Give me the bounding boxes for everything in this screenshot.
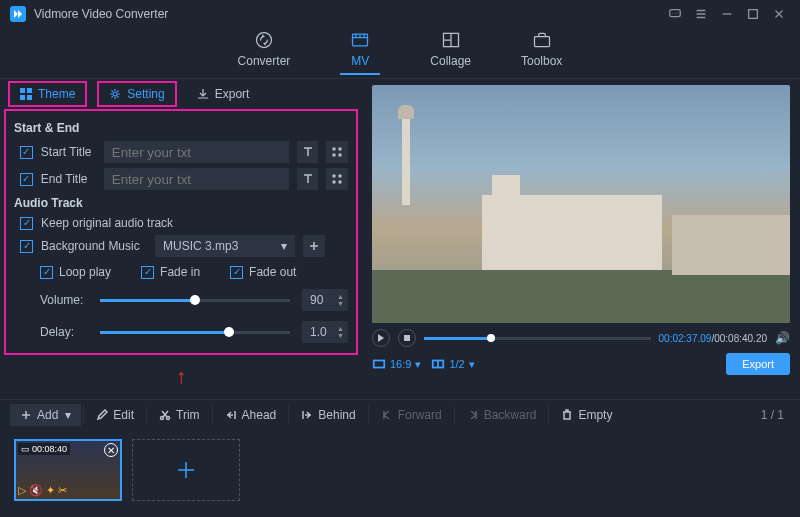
svg-rect-8 bbox=[20, 95, 25, 100]
ahead-button[interactable]: Ahead bbox=[215, 404, 287, 426]
maximize-icon[interactable] bbox=[742, 3, 764, 25]
svg-rect-7 bbox=[27, 88, 32, 93]
feedback-icon[interactable] bbox=[664, 3, 686, 25]
chevron-down-icon: ▾ bbox=[281, 239, 287, 253]
svg-point-10 bbox=[113, 92, 117, 96]
checkbox-keep-original[interactable] bbox=[20, 217, 33, 230]
checkbox-loop[interactable] bbox=[40, 266, 53, 279]
svg-rect-20 bbox=[374, 361, 385, 368]
checkbox-end-title[interactable] bbox=[20, 173, 33, 186]
checkbox-fade-in[interactable] bbox=[141, 266, 154, 279]
top-nav: Converter MV Collage Toolbox bbox=[0, 28, 800, 78]
slider-volume[interactable] bbox=[100, 299, 290, 302]
text-style-icon[interactable] bbox=[297, 141, 319, 163]
thumbnail-strip: ▭ 00:08:40 ✕ ▷ 🔇 ✦ ✂ bbox=[0, 429, 800, 511]
checkbox-fade-out[interactable] bbox=[230, 266, 243, 279]
thumb-action-icons[interactable]: ▷ 🔇 ✦ ✂ bbox=[18, 484, 67, 497]
thumb-duration: ▭ 00:08:40 bbox=[18, 443, 70, 455]
checkbox-bg-music[interactable] bbox=[20, 240, 33, 253]
video-preview[interactable] bbox=[372, 85, 790, 323]
split-select[interactable]: 1/2▾ bbox=[431, 357, 474, 371]
preview-options: 16:9▾ 1/2▾ Export bbox=[372, 353, 790, 375]
label-delay: Delay: bbox=[40, 325, 88, 339]
behind-button[interactable]: Behind bbox=[291, 404, 365, 426]
add-button[interactable]: Add▾ bbox=[10, 404, 81, 426]
svg-rect-9 bbox=[27, 95, 32, 100]
svg-point-17 bbox=[333, 181, 335, 183]
grid-icon[interactable] bbox=[326, 141, 348, 163]
select-music-file[interactable]: MUSIC 3.mp3 ▾ bbox=[155, 235, 295, 257]
main-content: Theme Setting Export Start & End Start T… bbox=[0, 79, 800, 399]
svg-point-15 bbox=[333, 175, 335, 177]
progress-bar[interactable] bbox=[424, 337, 651, 340]
page-indicator: 1 / 1 bbox=[761, 408, 790, 422]
nav-converter[interactable]: Converter bbox=[238, 28, 291, 78]
settings-panel: Start & End Start Title End Title Audio … bbox=[4, 109, 358, 355]
bottom-toolbar: Add▾ Edit Trim Ahead Behind Forward Back… bbox=[0, 399, 800, 429]
section-start-end: Start & End bbox=[14, 121, 348, 135]
trim-button[interactable]: Trim bbox=[149, 404, 210, 426]
backward-button[interactable]: Backward bbox=[457, 404, 547, 426]
input-start-title[interactable] bbox=[104, 141, 289, 163]
add-music-button[interactable] bbox=[303, 235, 325, 257]
panel-tabs: Theme Setting Export bbox=[0, 79, 362, 109]
annotation-arrow-icon: ↑ bbox=[0, 365, 362, 388]
time-display: 00:02:37.09/00:08:40.20 bbox=[659, 333, 767, 344]
spin-delay[interactable]: 1.0▲▼ bbox=[302, 321, 348, 343]
grid-icon[interactable] bbox=[326, 168, 348, 190]
svg-point-13 bbox=[333, 154, 335, 156]
nav-mv[interactable]: MV bbox=[340, 28, 380, 78]
svg-rect-19 bbox=[404, 335, 410, 341]
svg-point-2 bbox=[256, 33, 271, 48]
menu-icon[interactable] bbox=[690, 3, 712, 25]
forward-button[interactable]: Forward bbox=[371, 404, 452, 426]
label-keep-original: Keep original audio track bbox=[41, 216, 173, 230]
tab-theme[interactable]: Theme bbox=[8, 81, 87, 107]
text-style-icon[interactable] bbox=[297, 168, 319, 190]
volume-icon[interactable]: 🔊 bbox=[775, 331, 790, 345]
checkbox-start-title[interactable] bbox=[20, 146, 33, 159]
close-icon[interactable] bbox=[768, 3, 790, 25]
section-audio-track: Audio Track bbox=[14, 196, 348, 210]
svg-point-12 bbox=[339, 148, 341, 150]
svg-rect-5 bbox=[534, 37, 549, 47]
svg-point-18 bbox=[339, 181, 341, 183]
titlebar: Vidmore Video Converter bbox=[0, 0, 800, 28]
input-end-title[interactable] bbox=[104, 168, 289, 190]
app-logo-icon bbox=[10, 6, 26, 22]
playback-controls: 00:02:37.09/00:08:40.20 🔊 bbox=[372, 329, 790, 347]
label-bg-music: Background Music bbox=[41, 239, 147, 253]
tab-setting[interactable]: Setting bbox=[97, 81, 176, 107]
export-button[interactable]: Export bbox=[726, 353, 790, 375]
slider-delay[interactable] bbox=[100, 331, 290, 334]
svg-point-16 bbox=[339, 175, 341, 177]
aspect-ratio-select[interactable]: 16:9▾ bbox=[372, 357, 421, 371]
clip-thumbnail[interactable]: ▭ 00:08:40 ✕ ▷ 🔇 ✦ ✂ bbox=[14, 439, 122, 501]
svg-point-11 bbox=[333, 148, 335, 150]
svg-rect-6 bbox=[20, 88, 25, 93]
svg-point-14 bbox=[339, 154, 341, 156]
nav-collage[interactable]: Collage bbox=[430, 28, 471, 78]
label-start-title: Start Title bbox=[41, 145, 96, 159]
nav-toolbox[interactable]: Toolbox bbox=[521, 28, 562, 78]
left-panel: Theme Setting Export Start & End Start T… bbox=[0, 79, 362, 399]
minimize-icon[interactable] bbox=[716, 3, 738, 25]
label-volume: Volume: bbox=[40, 293, 88, 307]
app-title: Vidmore Video Converter bbox=[34, 7, 168, 21]
svg-rect-1 bbox=[749, 10, 758, 19]
stop-button[interactable] bbox=[398, 329, 416, 347]
preview-panel: 00:02:37.09/00:08:40.20 🔊 16:9▾ 1/2▾ Exp… bbox=[362, 79, 800, 399]
spin-volume[interactable]: 90▲▼ bbox=[302, 289, 348, 311]
label-end-title: End Title bbox=[41, 172, 96, 186]
thumb-remove-icon[interactable]: ✕ bbox=[104, 443, 118, 457]
add-clip-button[interactable] bbox=[132, 439, 240, 501]
play-button[interactable] bbox=[372, 329, 390, 347]
tab-export[interactable]: Export bbox=[187, 83, 260, 105]
edit-button[interactable]: Edit bbox=[86, 404, 144, 426]
empty-button[interactable]: Empty bbox=[551, 404, 622, 426]
